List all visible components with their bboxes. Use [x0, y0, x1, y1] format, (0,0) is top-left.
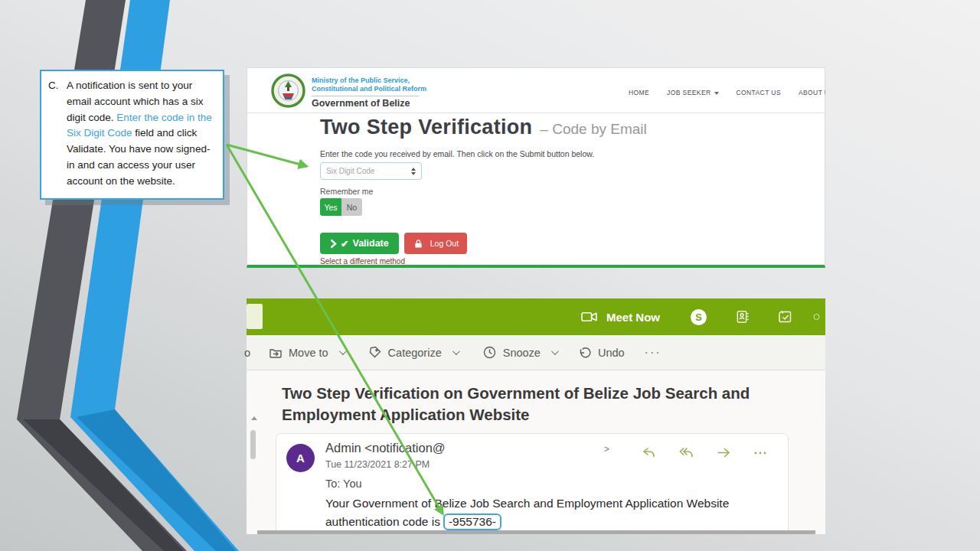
instruction-callout: C. A notification is sent to your email … — [40, 70, 224, 200]
clock-icon — [482, 345, 497, 360]
search-box-edge — [247, 304, 263, 329]
reading-pane: Two Step Verification on Government of B… — [247, 370, 825, 534]
number-spinner-icon[interactable] — [411, 168, 416, 175]
contacts-icon[interactable] — [735, 309, 750, 324]
lock-icon — [413, 238, 424, 249]
clipped-toolbar-icon — [813, 310, 820, 324]
outlook-top-bar: Meet Now S — [247, 298, 825, 335]
chevron-right-icon — [330, 239, 337, 249]
undo-icon — [578, 346, 592, 360]
logout-button[interactable]: Log Out — [404, 233, 467, 254]
body-line1: Your Government of Belize Job Search and… — [325, 495, 729, 512]
skype-icon[interactable]: S — [691, 309, 707, 325]
government-of-belize-label: Government of Belize — [312, 98, 426, 109]
body-line2: authentication code is -955736- — [325, 514, 729, 530]
more-actions-icon[interactable] — [753, 445, 768, 460]
nav-job-seeker[interactable]: JOB SEEKER — [667, 89, 718, 96]
message-date: Tue 11/23/2021 8:27 PM — [325, 459, 430, 470]
nav-contact-us[interactable]: CONTACT US — [737, 89, 781, 96]
remember-me-label: Remember me — [320, 187, 373, 196]
move-to-button[interactable]: Move to — [269, 346, 345, 360]
six-digit-code-placeholder: Six Digit Code — [326, 167, 411, 175]
nav-home[interactable]: HOME — [629, 89, 649, 96]
snooze-label: Snooze — [503, 347, 541, 359]
snooze-button[interactable]: Snooze — [482, 345, 557, 360]
website-screenshot: Ministry of the Public Service, Constitu… — [247, 67, 825, 268]
tag-icon — [368, 345, 382, 360]
callout-text: A notification is sent to your email acc… — [67, 78, 216, 190]
email-subject: Two Step Verification on Government of B… — [282, 383, 787, 425]
ministry-line1: Ministry of the Public Service, — [312, 77, 426, 85]
categorize-label: Categorize — [388, 347, 442, 359]
move-to-label: Move to — [289, 347, 328, 359]
clipped-toolbar-label: o — [244, 347, 253, 359]
page-title: Two Step Verification — [320, 116, 532, 139]
sender-address: Admin <notification@ — [325, 441, 446, 455]
chevron-down-icon — [551, 347, 559, 355]
ministry-line2: Constitutional and Political Reform — [312, 85, 426, 93]
undo-button[interactable]: Undo — [578, 346, 625, 360]
yes-button[interactable]: Yes — [320, 198, 341, 216]
chevron-down-icon — [714, 92, 719, 95]
remember-me-toggle: Yes No — [320, 198, 362, 216]
body-line2-prefix: authentication code is — [325, 514, 440, 530]
validate-button[interactable]: ✔ Validate — [320, 233, 399, 254]
validate-button-label: Validate — [352, 238, 388, 249]
sender-avatar: A — [286, 444, 315, 472]
six-digit-code-input[interactable]: Six Digit Code — [320, 162, 422, 180]
ministry-divider — [312, 96, 419, 96]
page-title-suffix: – Code by Email — [540, 121, 646, 138]
message-body: Your Government of Belize Job Search and… — [325, 495, 729, 530]
auth-code-highlight: -955736- — [443, 514, 501, 530]
nav-about-us[interactable]: ABOUT US — [799, 89, 825, 96]
action-buttons: ✔ Validate Log Out — [320, 233, 467, 254]
email-screenshot: Meet Now S — [247, 298, 825, 534]
no-button[interactable]: No — [341, 198, 362, 216]
todo-checklist-icon[interactable] — [777, 309, 792, 324]
site-nav: HOME JOB SEEKER CONTACT US ABOUT US JO — [629, 89, 825, 96]
scrollbar-up-icon[interactable] — [251, 416, 257, 420]
folder-move-icon — [269, 346, 283, 360]
logout-button-label: Log Out — [430, 239, 459, 248]
callout-step-label: C. — [48, 78, 67, 190]
chevron-down-icon — [452, 347, 460, 355]
message-actions — [641, 445, 768, 460]
message-card: A Admin <notification@ > — [276, 433, 789, 534]
message-toolbar: o Move to Categorize — [247, 335, 825, 370]
belize-coat-of-arms-logo — [271, 73, 305, 108]
page-title-row: Two Step Verification – Code by Email — [320, 116, 647, 139]
check-icon: ✔ — [341, 238, 348, 249]
different-method-link[interactable]: Select a different method — [320, 257, 405, 266]
presentation-slide: { "callout": { "label": "C.", "part1": "… — [0, 0, 980, 551]
meet-now-button[interactable]: Meet Now — [606, 311, 660, 324]
instruction-text: Enter the code you received by email. Th… — [320, 149, 594, 158]
categorize-button[interactable]: Categorize — [368, 345, 458, 360]
reply-icon[interactable] — [641, 445, 657, 460]
site-header: Ministry of the Public Service, Constitu… — [247, 68, 825, 113]
video-camera-icon[interactable] — [581, 309, 598, 324]
more-options-button[interactable]: ··· — [645, 346, 662, 360]
forward-icon[interactable] — [715, 445, 732, 460]
expand-chevron-icon[interactable]: > — [604, 444, 609, 455]
reply-all-icon[interactable] — [678, 445, 694, 460]
message-recipient: To: You — [325, 478, 362, 490]
nav-job-seeker-label: JOB SEEKER — [667, 89, 710, 96]
scrollbar-thumb[interactable] — [250, 430, 256, 459]
ministry-title: Ministry of the Public Service, Constitu… — [312, 77, 426, 109]
chevron-down-icon — [339, 347, 347, 355]
window-bottom-edge — [257, 530, 815, 534]
undo-label: Undo — [598, 347, 625, 359]
